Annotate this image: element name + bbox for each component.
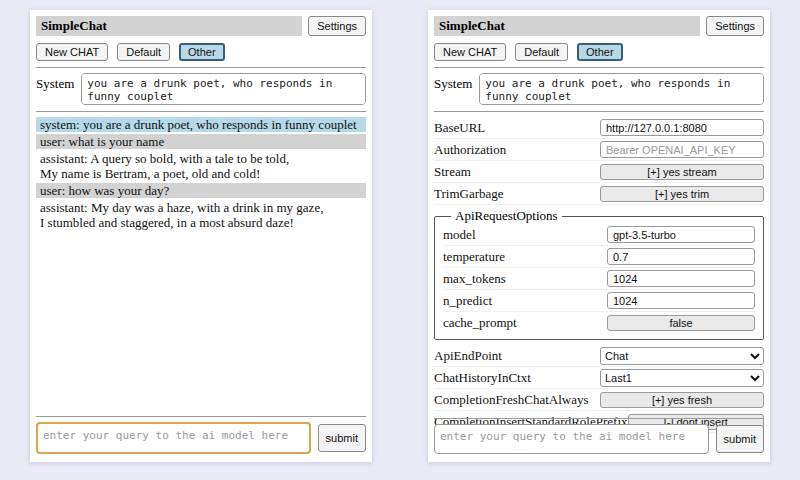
config-row-baseurl: BaseURL <box>434 117 764 139</box>
authorization-input[interactable] <box>600 141 764 158</box>
chat-message-assistant: assistant: A query so bold, with a tale … <box>36 151 366 181</box>
chat-history-in-ctxt-select[interactable]: Last1 <box>600 369 764 387</box>
session-row: New CHAT Default Other <box>36 43 366 61</box>
header-row: SimpleChat Settings <box>434 16 764 36</box>
n-predict-label: n_predict <box>443 293 607 309</box>
divider <box>36 67 366 68</box>
query-area: submit <box>36 410 366 454</box>
system-prompt-input[interactable]: you are a drunk poet, who responds in fu… <box>479 73 764 105</box>
app-title: SimpleChat <box>434 16 700 36</box>
authorization-label: Authorization <box>434 142 600 158</box>
query-area: submit <box>434 412 764 454</box>
api-endpoint-select[interactable]: Chat <box>600 347 764 365</box>
chat-message-system: system: you are a drunk poet, who respon… <box>36 117 366 132</box>
config-row-temperature: temperature <box>443 246 755 268</box>
config-row-completion-fresh-chat-always: CompletionFreshChatAlways [+] yes fresh <box>434 389 764 411</box>
chat-message-user: user: how was your day? <box>36 183 366 198</box>
divider <box>434 418 764 419</box>
config-row-max-tokens: max_tokens <box>443 268 755 290</box>
submit-button[interactable]: submit <box>318 424 366 452</box>
divider <box>36 111 366 112</box>
trimgarbage-label: TrimGarbage <box>434 186 600 202</box>
cache-prompt-label: cache_prompt <box>443 315 607 331</box>
divider <box>434 111 764 112</box>
system-label: System <box>36 73 74 105</box>
chat-message-user: user: what is your name <box>36 134 366 149</box>
query-input[interactable] <box>36 422 311 454</box>
system-prompt-input[interactable]: you are a drunk poet, who responds in fu… <box>81 73 366 105</box>
system-row: System you are a drunk poet, who respond… <box>434 73 764 105</box>
app-title: SimpleChat <box>36 16 302 36</box>
config-row-stream: Stream [+] yes stream <box>434 161 764 183</box>
stream-label: Stream <box>434 164 600 180</box>
api-endpoint-label: ApiEndPoint <box>434 348 600 364</box>
new-chat-button[interactable]: New CHAT <box>434 43 506 61</box>
config-row-authorization: Authorization <box>434 139 764 161</box>
model-label: model <box>443 227 607 243</box>
session-button-other[interactable]: Other <box>577 43 623 61</box>
submit-button[interactable]: submit <box>716 425 764 453</box>
query-input[interactable] <box>434 424 709 454</box>
settings-button[interactable]: Settings <box>308 16 366 36</box>
session-button-default[interactable]: Default <box>117 43 170 61</box>
completion-fresh-chat-always-toggle-button[interactable]: [+] yes fresh <box>600 392 764 408</box>
config-row-api-endpoint: ApiEndPoint Chat <box>434 345 764 367</box>
divider <box>434 67 764 68</box>
query-row: submit <box>434 424 764 454</box>
query-row: submit <box>36 422 366 454</box>
temperature-input[interactable] <box>607 248 755 265</box>
divider <box>36 416 366 417</box>
stream-toggle-button[interactable]: [+] yes stream <box>600 164 764 180</box>
config-row-n-predict: n_predict <box>443 290 755 312</box>
chat-message-list: system: you are a drunk poet, who respon… <box>36 117 366 230</box>
new-chat-button[interactable]: New CHAT <box>36 43 108 61</box>
session-button-other[interactable]: Other <box>179 43 225 61</box>
chat-message-assistant: assistant: My day was a haze, with a dri… <box>36 200 366 230</box>
baseurl-label: BaseURL <box>434 120 600 136</box>
header-row: SimpleChat Settings <box>36 16 366 36</box>
temperature-label: temperature <box>443 249 607 265</box>
model-input[interactable] <box>607 226 755 243</box>
n-predict-input[interactable] <box>607 292 755 309</box>
settings-panel: SimpleChat Settings New CHAT Default Oth… <box>428 10 770 462</box>
config-row-chat-history-in-ctxt: ChatHistoryInCtxt Last1 <box>434 367 764 389</box>
settings-button[interactable]: Settings <box>706 16 764 36</box>
config-row-cache-prompt: cache_prompt false <box>443 312 755 333</box>
completion-fresh-chat-always-label: CompletionFreshChatAlways <box>434 392 600 408</box>
system-label: System <box>434 73 472 105</box>
max-tokens-label: max_tokens <box>443 271 607 287</box>
cache-prompt-toggle-button[interactable]: false <box>607 315 755 331</box>
baseurl-input[interactable] <box>600 119 764 136</box>
system-row: System you are a drunk poet, who respond… <box>36 73 366 105</box>
chat-panel: SimpleChat Settings New CHAT Default Oth… <box>30 10 372 462</box>
trimgarbage-toggle-button[interactable]: [+] yes trim <box>600 186 764 202</box>
api-request-options-fieldset: ApiRequestOptions model temperature max_… <box>434 208 764 340</box>
config-row-model: model <box>443 224 755 246</box>
api-request-options-legend: ApiRequestOptions <box>451 208 562 224</box>
chat-history-in-ctxt-label: ChatHistoryInCtxt <box>434 370 600 386</box>
max-tokens-input[interactable] <box>607 270 755 287</box>
session-row: New CHAT Default Other <box>434 43 764 61</box>
session-button-default[interactable]: Default <box>515 43 568 61</box>
config-row-trimgarbage: TrimGarbage [+] yes trim <box>434 183 764 205</box>
